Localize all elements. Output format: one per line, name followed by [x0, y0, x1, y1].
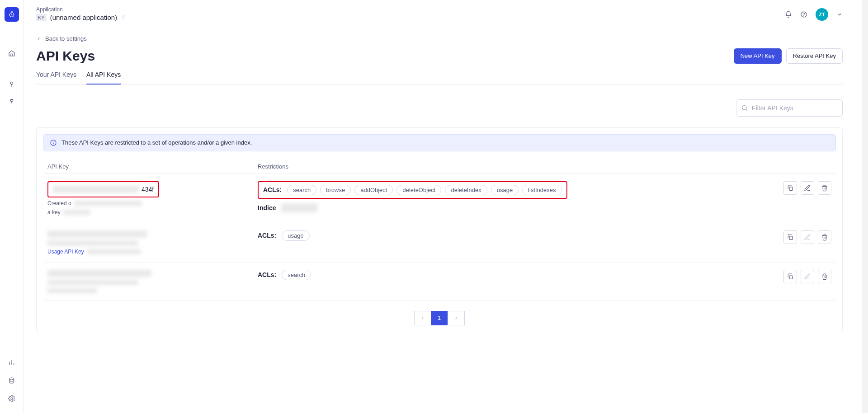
edit-button[interactable]: [801, 181, 814, 195]
tabs: Your API Keys All API Keys: [36, 67, 843, 85]
meta-label: Usage API Key: [47, 249, 84, 255]
page-prev[interactable]: [414, 311, 431, 325]
database-icon[interactable]: [5, 373, 19, 388]
pager: 1: [43, 311, 836, 325]
copy-button[interactable]: [783, 270, 797, 283]
gear-icon[interactable]: [5, 391, 19, 406]
home-icon[interactable]: [5, 46, 19, 61]
redacted: [63, 210, 90, 215]
delete-button[interactable]: [818, 230, 831, 244]
svg-point-3: [9, 378, 14, 380]
avatar[interactable]: ZT: [816, 8, 828, 21]
chevron-down-icon[interactable]: [836, 11, 843, 18]
col-api-key: API Key: [47, 163, 258, 170]
search-icon: [741, 104, 748, 112]
acl-pill: browse: [320, 185, 351, 195]
delete-button[interactable]: [818, 181, 831, 195]
acl-pill: search: [282, 270, 311, 280]
redacted: [87, 249, 141, 254]
col-restrictions: Restrictions: [258, 163, 768, 170]
left-rail: [0, 0, 24, 413]
main-area: Application KY (unnamed application) ZT: [24, 0, 868, 413]
new-api-key-button[interactable]: New API Key: [734, 48, 782, 64]
restore-api-key-button[interactable]: Restore API Key: [786, 48, 843, 64]
acl-pill: addObject: [354, 185, 393, 195]
indices-label: Indice: [258, 204, 276, 211]
acl-pill: listIndexes: [522, 185, 561, 195]
redacted-key: [47, 270, 151, 277]
table-row: Usage API Key ACLs: usage: [43, 223, 836, 263]
app-label: Application: [36, 6, 843, 13]
copy-button[interactable]: [783, 230, 797, 244]
copy-button[interactable]: [783, 181, 797, 195]
key-suffix: 434f: [142, 186, 154, 193]
info-message: These API Keys are restricted to a set o…: [61, 139, 252, 146]
back-to-settings[interactable]: Back to settings: [36, 35, 87, 42]
api-key-highlighted: 434f: [47, 181, 159, 197]
table-row: 434f Created o a key ACLs:: [43, 174, 836, 223]
app-name: (unnamed application): [50, 14, 117, 21]
brand-icon[interactable]: [5, 7, 19, 22]
svg-rect-11: [789, 276, 793, 279]
pin-icon[interactable]: [5, 77, 19, 91]
acl-pill: deleteIndex: [445, 185, 487, 195]
acl-pill: deleteObject: [396, 185, 441, 195]
acl-pill: usage: [282, 230, 309, 241]
info-icon: [50, 139, 57, 146]
redacted: [74, 201, 142, 206]
pin-add-icon[interactable]: [5, 94, 19, 108]
acls-label: ACLs:: [263, 186, 282, 193]
tab-all-api-keys[interactable]: All API Keys: [86, 67, 121, 84]
back-label: Back to settings: [45, 35, 87, 42]
search-box[interactable]: [736, 99, 843, 117]
keys-panel: These API Keys are restricted to a set o…: [36, 127, 843, 332]
tab-your-api-keys[interactable]: Your API Keys: [36, 67, 76, 84]
redacted: [47, 280, 138, 285]
info-banner: These API Keys are restricted to a set o…: [43, 134, 836, 151]
edit-button: [801, 270, 814, 283]
app-switcher[interactable]: KY (unnamed application): [36, 14, 843, 21]
bell-icon[interactable]: [785, 11, 792, 18]
acls-label: ACLs:: [258, 232, 276, 239]
redacted-index: [281, 203, 317, 212]
acls-label: ACLs:: [258, 271, 276, 278]
search-input[interactable]: [752, 104, 838, 112]
page-1[interactable]: 1: [431, 311, 448, 325]
svg-point-4: [11, 398, 13, 399]
app-badge: KY: [36, 14, 47, 21]
redacted-key: [47, 230, 147, 238]
table-header: API Key Restrictions: [43, 160, 836, 174]
acls-highlighted: ACLs: search browse addObject deleteObje…: [258, 181, 567, 199]
acl-pill: usage: [491, 185, 519, 195]
svg-point-6: [803, 16, 804, 16]
chevron-updown-icon: [121, 14, 126, 21]
redacted: [47, 288, 97, 293]
top-icons: ZT: [785, 8, 843, 21]
delete-button[interactable]: [818, 270, 831, 283]
svg-point-1: [10, 82, 13, 84]
acl-pill: search: [287, 185, 316, 195]
redacted: [47, 240, 138, 246]
svg-rect-10: [789, 236, 793, 239]
help-icon[interactable]: [800, 11, 807, 18]
page-title: API Keys: [36, 48, 95, 64]
redacted-key: [53, 186, 139, 193]
chart-icon[interactable]: [5, 355, 19, 370]
page-next[interactable]: [448, 311, 465, 325]
edit-button: [801, 230, 814, 244]
svg-point-7: [742, 105, 746, 109]
meta-label: Created o: [47, 200, 71, 206]
svg-rect-9: [789, 187, 793, 190]
table-row: ACLs: search: [43, 263, 836, 301]
scrollbar[interactable]: [862, 0, 868, 413]
meta-label: a key: [47, 209, 61, 216]
